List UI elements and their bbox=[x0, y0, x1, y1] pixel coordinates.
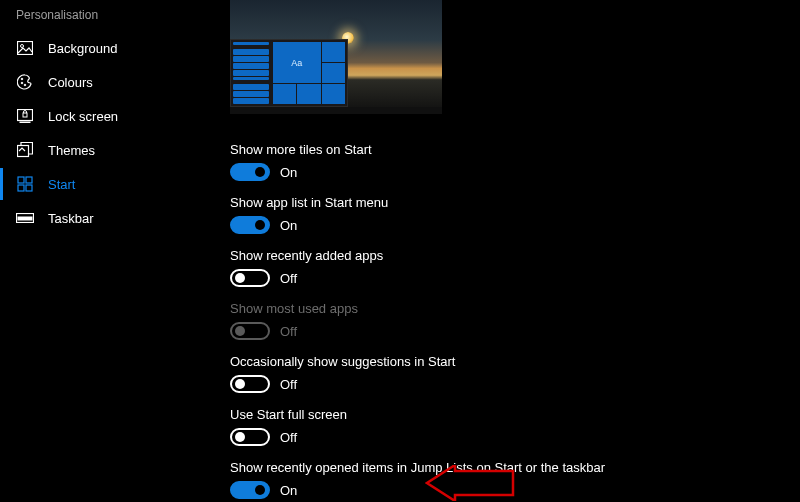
toggle-state-label: Off bbox=[280, 430, 297, 445]
sidebar-item-background[interactable]: Background bbox=[0, 32, 200, 64]
setting-item: Occasionally show suggestions in StartOf… bbox=[230, 354, 800, 393]
start-preview-panel: Aa bbox=[230, 39, 348, 107]
themes-icon bbox=[16, 141, 34, 159]
setting-item: Show app list in Start menuOn bbox=[230, 195, 800, 234]
start-icon bbox=[16, 175, 34, 193]
toggle-switch[interactable] bbox=[230, 216, 270, 234]
taskbar-icon bbox=[16, 209, 34, 227]
svg-rect-5 bbox=[18, 110, 33, 121]
sidebar-item-label: Background bbox=[48, 41, 117, 56]
toggle-switch[interactable] bbox=[230, 481, 270, 499]
toggle-state-label: On bbox=[280, 165, 297, 180]
svg-rect-6 bbox=[20, 122, 30, 123]
sidebar-item-lock-screen[interactable]: Lock screen bbox=[0, 100, 200, 132]
svg-point-3 bbox=[21, 82, 23, 84]
svg-rect-0 bbox=[18, 42, 33, 55]
setting-item: Show most used appsOff bbox=[230, 301, 800, 340]
palette-icon bbox=[16, 73, 34, 91]
setting-item: Show more tiles on StartOn bbox=[230, 142, 800, 181]
setting-item: Use Start full screenOff bbox=[230, 407, 800, 446]
setting-item: Show recently added appsOff bbox=[230, 248, 800, 287]
picture-icon bbox=[16, 39, 34, 57]
setting-item: Show recently opened items in Jump Lists… bbox=[230, 460, 800, 499]
setting-label: Show recently added apps bbox=[230, 248, 800, 263]
toggle-switch[interactable] bbox=[230, 269, 270, 287]
toggle-state-label: Off bbox=[280, 324, 297, 339]
sidebar-item-label: Themes bbox=[48, 143, 95, 158]
svg-rect-14 bbox=[18, 217, 32, 220]
toggle-switch bbox=[230, 322, 270, 340]
svg-rect-11 bbox=[18, 185, 24, 191]
toggle-state-label: On bbox=[280, 483, 297, 498]
settings-sidebar: Personalisation Background Colours Lock … bbox=[0, 0, 200, 502]
setting-label: Show most used apps bbox=[230, 301, 800, 316]
toggle-switch[interactable] bbox=[230, 375, 270, 393]
sidebar-item-label: Taskbar bbox=[48, 211, 94, 226]
setting-label: Use Start full screen bbox=[230, 407, 800, 422]
start-preview: Aa bbox=[230, 0, 442, 114]
preview-tile-big: Aa bbox=[273, 42, 321, 83]
toggle-switch[interactable] bbox=[230, 163, 270, 181]
settings-content: Aa Show more tiles on StartOnShow app li… bbox=[200, 0, 800, 502]
svg-point-1 bbox=[21, 45, 24, 48]
sidebar-item-label: Start bbox=[48, 177, 75, 192]
svg-point-2 bbox=[21, 78, 23, 80]
setting-label: Show recently opened items in Jump Lists… bbox=[230, 460, 800, 475]
sidebar-header: Personalisation bbox=[0, 4, 200, 32]
svg-rect-12 bbox=[26, 185, 32, 191]
toggle-state-label: Off bbox=[280, 271, 297, 286]
svg-point-4 bbox=[24, 84, 26, 86]
sidebar-item-start[interactable]: Start bbox=[0, 168, 200, 200]
setting-label: Show more tiles on Start bbox=[230, 142, 800, 157]
svg-rect-7 bbox=[23, 113, 27, 117]
svg-rect-9 bbox=[18, 177, 24, 183]
sidebar-item-themes[interactable]: Themes bbox=[0, 134, 200, 166]
svg-rect-10 bbox=[26, 177, 32, 183]
toggle-state-label: Off bbox=[280, 377, 297, 392]
setting-label: Occasionally show suggestions in Start bbox=[230, 354, 800, 369]
sidebar-item-taskbar[interactable]: Taskbar bbox=[0, 202, 200, 234]
lock-screen-icon bbox=[16, 107, 34, 125]
sidebar-item-label: Lock screen bbox=[48, 109, 118, 124]
toggle-switch[interactable] bbox=[230, 428, 270, 446]
sidebar-item-colours[interactable]: Colours bbox=[0, 66, 200, 98]
setting-label: Show app list in Start menu bbox=[230, 195, 800, 210]
sidebar-item-label: Colours bbox=[48, 75, 93, 90]
toggle-state-label: On bbox=[280, 218, 297, 233]
